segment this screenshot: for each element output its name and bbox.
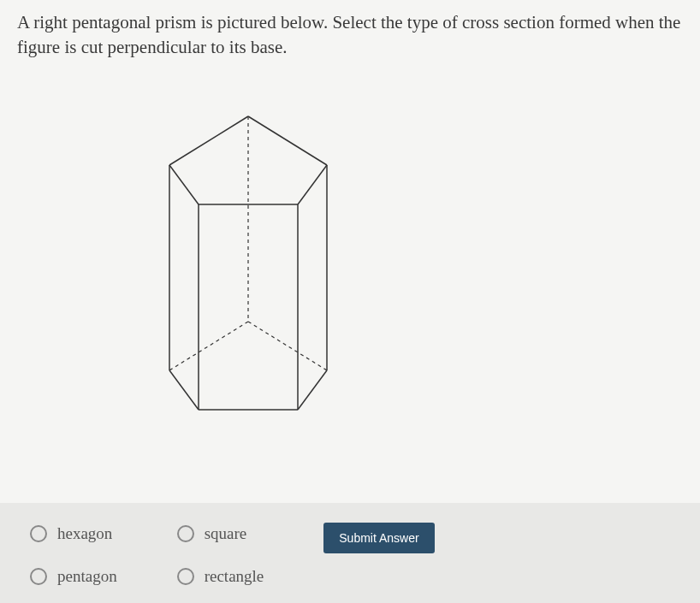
question-text: A right pentagonal prism is pictured bel… xyxy=(17,10,683,61)
svg-line-0 xyxy=(169,116,248,165)
option-label: hexagon xyxy=(57,524,112,543)
option-pentagon[interactable]: pentagon xyxy=(30,567,117,586)
pentagonal-prism-figure xyxy=(128,103,368,429)
svg-line-9 xyxy=(248,322,327,370)
option-hexagon[interactable]: hexagon xyxy=(30,524,117,543)
radio-icon xyxy=(30,568,47,585)
svg-line-1 xyxy=(248,116,327,165)
radio-icon xyxy=(177,568,194,585)
option-label: square xyxy=(205,524,247,543)
option-square[interactable]: square xyxy=(177,524,264,543)
svg-line-2 xyxy=(169,165,199,204)
option-label: pentagon xyxy=(57,567,117,586)
radio-icon xyxy=(177,525,194,542)
options-grid: hexagon square pentagon rectangle xyxy=(30,524,264,586)
svg-line-3 xyxy=(298,165,327,204)
svg-line-6 xyxy=(298,370,327,410)
option-rectangle[interactable]: rectangle xyxy=(177,567,264,586)
radio-icon xyxy=(30,525,47,542)
svg-line-8 xyxy=(169,322,248,370)
figure-container xyxy=(17,103,683,429)
answer-area: hexagon square pentagon rectangle Submit… xyxy=(0,503,700,603)
svg-line-5 xyxy=(169,370,199,410)
option-label: rectangle xyxy=(205,567,264,586)
submit-answer-button[interactable]: Submit Answer xyxy=(323,523,434,553)
